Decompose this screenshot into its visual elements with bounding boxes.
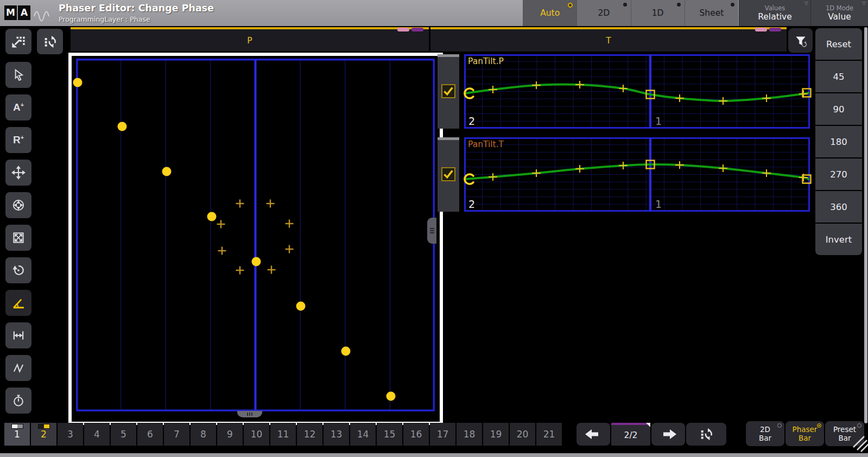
2d-bar-button[interactable]: 2DBar (746, 421, 784, 446)
column-header-t-label: T (606, 36, 611, 46)
rotate-tool-button[interactable] (5, 257, 31, 283)
step-button-15[interactable]: 15 (377, 423, 402, 446)
step-button-20[interactable]: 20 (510, 423, 535, 446)
phase-cross-marker[interactable] (236, 200, 244, 208)
step-button-3[interactable]: 3 (58, 423, 83, 446)
curve-cross-marker[interactable] (719, 164, 727, 172)
step-button-9[interactable]: 9 (217, 423, 243, 446)
tab-2d[interactable]: 2D (576, 0, 630, 26)
phase-curve[interactable] (465, 84, 808, 101)
absolute-tool-button[interactable]: A+ (5, 94, 31, 120)
curve-cross-marker[interactable] (489, 86, 497, 93)
phase-cross-marker[interactable] (286, 220, 294, 228)
reset-button[interactable]: Reset (815, 28, 862, 60)
curve-cross-marker[interactable] (532, 169, 541, 177)
curve-cross-marker[interactable] (619, 85, 628, 92)
relative-tool-button[interactable]: R+ (5, 127, 31, 153)
column-header-p[interactable]: P (71, 27, 429, 52)
column-header-t[interactable]: T (430, 27, 787, 52)
phase-cross-marker[interactable] (218, 247, 226, 255)
resize-grip[interactable] (851, 434, 868, 453)
pantilt-p-curve-chart[interactable]: PanTilt.P21 (464, 54, 810, 129)
previous-step-page-button[interactable] (576, 423, 610, 446)
fixture-phase-dot[interactable] (118, 122, 127, 131)
step-button-8[interactable]: 8 (191, 423, 216, 446)
step-button-1[interactable]: 1 (4, 423, 30, 446)
step-button-5[interactable]: 5 (111, 423, 136, 446)
step-button-18[interactable]: 18 (457, 423, 482, 446)
phaser-bar-button[interactable]: PhaserBar (785, 421, 824, 446)
step-button-11[interactable]: 11 (270, 423, 296, 446)
phase-360-button[interactable]: 360 (815, 191, 862, 223)
phase-cross-marker[interactable] (268, 266, 276, 274)
curve-cross-marker[interactable] (762, 94, 771, 102)
position-tool-button[interactable] (5, 192, 31, 218)
curve-cross-marker[interactable] (675, 94, 684, 102)
phase-2d-plot[interactable] (76, 59, 435, 411)
step-button-10[interactable]: 10 (244, 423, 269, 446)
fixture-phase-dot[interactable] (252, 257, 261, 266)
phase-cross-marker[interactable] (217, 220, 225, 228)
phase-tool-button[interactable] (5, 290, 31, 316)
pantilt-t-curve-chart[interactable]: PanTilt.T21 (464, 137, 810, 212)
filter-button[interactable] (788, 28, 813, 53)
horizontal-splitter-handle[interactable] (237, 411, 262, 417)
move-tool-button[interactable] (5, 160, 31, 186)
scale-tool-button[interactable] (5, 225, 31, 251)
tab-1d[interactable]: 1D (631, 0, 685, 26)
phase-cross-marker[interactable] (267, 200, 275, 208)
fixture-phase-dot[interactable] (162, 167, 172, 176)
step-button-12[interactable]: 12 (297, 423, 322, 446)
transition-tool-button[interactable] (5, 355, 31, 381)
tab-auto[interactable]: Auto (523, 0, 576, 26)
fixture-phase-dot[interactable] (207, 212, 217, 221)
step-button-4[interactable]: 4 (84, 423, 110, 446)
curve-cross-marker[interactable] (619, 162, 628, 169)
speed-tool-button[interactable] (5, 388, 31, 414)
phase-270-button[interactable]: 270 (815, 158, 862, 190)
pantilt-p-checkbox[interactable] (441, 84, 455, 98)
pointer-tool-button[interactable] (5, 62, 31, 88)
grid-move-button[interactable] (5, 29, 31, 54)
step-button-2[interactable]: 2 (31, 423, 56, 446)
dropdown-values[interactable]: ValuesRelative▽ (739, 0, 810, 26)
curve-cross-marker[interactable] (762, 169, 771, 177)
fixture-phase-dot[interactable] (387, 392, 396, 401)
step-button-21[interactable]: 21 (536, 423, 562, 446)
step-button-6[interactable]: 6 (137, 423, 163, 446)
width-tool-button[interactable] (5, 322, 31, 348)
curve-cross-marker[interactable] (575, 165, 584, 173)
purple-chip (769, 28, 781, 31)
phase-cross-marker[interactable] (286, 245, 294, 253)
right-scrollbar[interactable] (864, 27, 867, 423)
step-button-19[interactable]: 19 (483, 423, 509, 446)
dropdown-1d-mode[interactable]: 1D ModeValue▽ (810, 0, 868, 26)
step-button-17[interactable]: 17 (430, 423, 455, 446)
fixture-phase-dot[interactable] (341, 347, 351, 356)
phase-90-button[interactable]: 90 (815, 93, 862, 125)
invert-button[interactable]: Invert (815, 224, 862, 255)
curve-cross-marker[interactable] (719, 97, 727, 105)
step-button-13[interactable]: 13 (324, 423, 349, 446)
encoder-sync-button[interactable] (37, 29, 63, 54)
fixture-phase-dot[interactable] (296, 302, 306, 311)
curve-cross-marker[interactable] (532, 81, 541, 89)
tab-sheet[interactable]: Sheet (685, 0, 738, 26)
phase-180-button[interactable]: 180 (815, 126, 862, 157)
vertical-splitter-handle[interactable] (427, 218, 436, 244)
tab-label: Auto (540, 8, 560, 18)
ma-logo[interactable]: M A (4, 5, 30, 20)
next-step-page-button[interactable] (651, 423, 685, 446)
curve-cross-marker[interactable] (575, 81, 584, 88)
phase-curve[interactable] (465, 164, 808, 179)
fixture-phase-dot[interactable] (73, 78, 83, 87)
loop-sync-button[interactable] (686, 423, 726, 446)
pantilt-t-checkbox[interactable] (441, 167, 455, 181)
step-button-7[interactable]: 7 (164, 423, 189, 446)
step-button-14[interactable]: 14 (350, 423, 376, 446)
step-page-indicator[interactable]: 2/2 (611, 423, 650, 446)
curve-cross-marker[interactable] (675, 161, 684, 169)
phase-cross-marker[interactable] (236, 266, 244, 275)
step-button-16[interactable]: 16 (403, 423, 429, 446)
phase-45-button[interactable]: 45 (815, 61, 862, 92)
